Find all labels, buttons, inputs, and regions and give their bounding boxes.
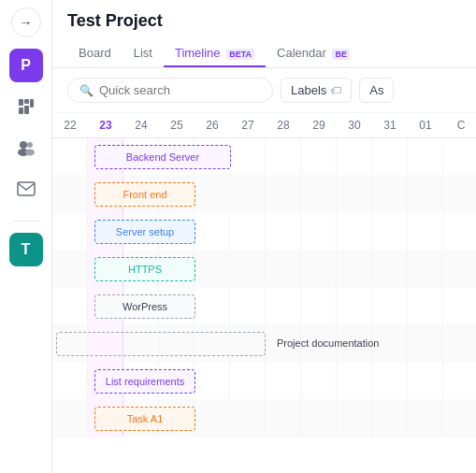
table-row: Backend Server	[52, 138, 476, 176]
project-t-label: T	[22, 241, 31, 258]
labels-label: Labels	[291, 83, 326, 97]
svg-rect-1	[24, 99, 29, 104]
date-29: 29	[301, 119, 337, 132]
list-item[interactable]: List requirements	[94, 369, 195, 394]
list-item[interactable]: Backend Server	[94, 145, 231, 169]
date-24: 24	[123, 119, 159, 132]
sidebar-item-project-p[interactable]: P	[9, 49, 43, 82]
list-item[interactable]: Task A1	[94, 407, 195, 431]
task-label: Task A1	[127, 413, 164, 424]
toolbar: 🔍 Labels 🏷 As	[52, 68, 476, 113]
mail-icon	[17, 181, 36, 196]
table-row: WorPress	[52, 288, 476, 325]
sidebar-divider	[13, 221, 39, 222]
search-input[interactable]	[99, 83, 261, 97]
page-title: Test Project	[67, 11, 461, 31]
task-label: WorPress	[123, 301, 167, 312]
header: Test Project Board List Timeline BETA Ca…	[52, 0, 476, 68]
timeline-header: 22 23 24 25 26 27 28 29 30 31 01 C	[52, 113, 476, 138]
date-31: 31	[372, 119, 408, 132]
table-row: Task A1	[52, 400, 476, 437]
table-row: Front end	[52, 176, 476, 213]
sidebar-item-people[interactable]	[9, 131, 43, 165]
task-label: HTTPS	[128, 264, 162, 275]
list-item[interactable]: Server setup	[94, 220, 195, 244]
svg-rect-3	[19, 108, 23, 114]
labels-button[interactable]: Labels 🏷	[281, 78, 352, 103]
tab-timeline-label: Timeline	[175, 46, 221, 60]
tab-timeline-badge: BETA	[226, 49, 254, 60]
svg-point-5	[20, 141, 27, 149]
date-26: 26	[195, 119, 230, 132]
tab-calendar[interactable]: Calendar BE	[266, 40, 361, 67]
task-label: Backend Server	[126, 151, 199, 163]
list-item[interactable]: Front end	[94, 182, 195, 207]
sidebar-item-kanban[interactable]	[9, 90, 43, 123]
list-item[interactable]: HTTPS	[94, 257, 195, 281]
svg-point-6	[27, 142, 33, 148]
table-row: List requirements	[52, 363, 476, 400]
timeline-body: Backend Server	[52, 138, 476, 437]
list-item[interactable]: WorPress	[94, 294, 195, 319]
tab-bar: Board List Timeline BETA Calendar BE	[67, 40, 461, 67]
date-28: 28	[266, 119, 301, 132]
table-row: Server setup	[52, 213, 476, 251]
tab-list-label: List	[134, 46, 152, 60]
kanban-icon	[18, 98, 35, 115]
search-icon: 🔍	[79, 84, 94, 97]
sidebar-item-mail[interactable]	[9, 172, 43, 206]
svg-rect-2	[30, 99, 34, 108]
date-27: 27	[230, 119, 266, 132]
task-label: Front end	[123, 189, 166, 200]
tab-calendar-label: Calendar	[277, 46, 326, 60]
sidebar-toggle-button[interactable]: →	[11, 7, 41, 37]
search-box[interactable]: 🔍	[67, 78, 273, 103]
date-23: 23	[88, 119, 123, 132]
date-c: C	[443, 119, 476, 132]
svg-rect-0	[19, 99, 23, 106]
tab-board[interactable]: Board	[67, 40, 123, 67]
table-row: Project documentation	[52, 325, 476, 363]
sidebar: → P T	[0, 0, 52, 473]
people-icon	[17, 139, 36, 156]
tab-board-label: Board	[79, 46, 111, 60]
date-22: 22	[52, 119, 88, 132]
task-label: List requirements	[106, 376, 184, 387]
arrow-right-icon: →	[20, 15, 33, 30]
assignee-label: As	[369, 83, 383, 97]
svg-rect-4	[24, 106, 29, 114]
sidebar-item-project-t[interactable]: T	[9, 233, 43, 266]
svg-rect-9	[18, 182, 35, 195]
tab-calendar-badge: BE	[332, 49, 350, 60]
project-p-label: P	[21, 57, 31, 74]
tab-timeline[interactable]: Timeline BETA	[164, 40, 266, 67]
task-label: Server setup	[116, 226, 174, 237]
date-01: 01	[408, 119, 443, 132]
task-outside-label: Project documentation	[277, 337, 379, 349]
svg-point-8	[25, 150, 35, 156]
table-row: HTTPS	[52, 251, 476, 288]
date-30: 30	[337, 119, 372, 132]
date-25: 25	[159, 119, 195, 132]
assignee-button[interactable]: As	[359, 78, 394, 103]
tab-list[interactable]: List	[123, 40, 164, 67]
main-content: Test Project Board List Timeline BETA Ca…	[52, 0, 476, 473]
tag-icon: 🏷	[330, 84, 341, 97]
timeline: 22 23 24 25 26 27 28 29 30 31 01 C	[52, 113, 476, 473]
list-item[interactable]	[56, 332, 266, 356]
